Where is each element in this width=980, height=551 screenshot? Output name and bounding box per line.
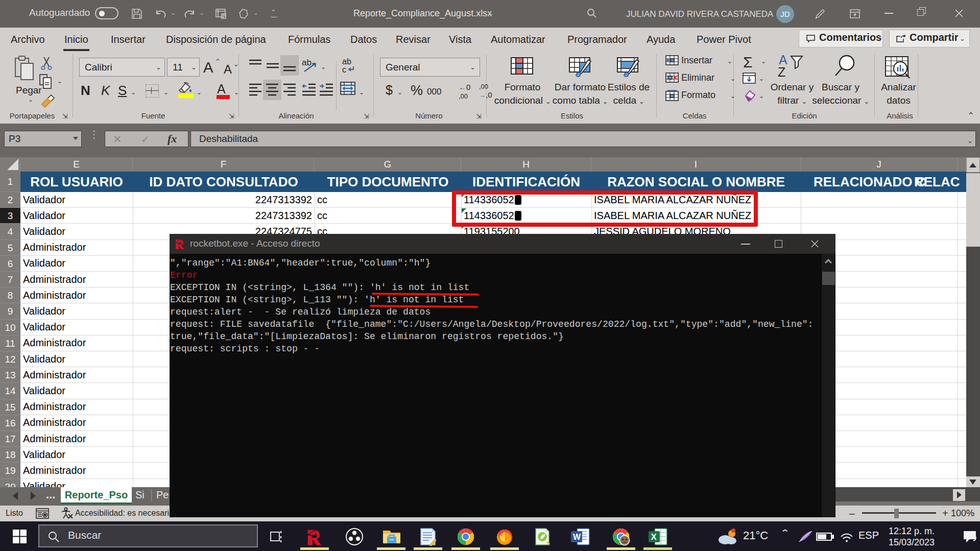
svg-text:X: X	[651, 532, 657, 542]
svg-text:ab: ab	[342, 57, 351, 66]
svg-text:W: W	[573, 533, 581, 541]
svg-text:c: c	[342, 65, 346, 74]
svg-text:ab: ab	[302, 58, 312, 67]
